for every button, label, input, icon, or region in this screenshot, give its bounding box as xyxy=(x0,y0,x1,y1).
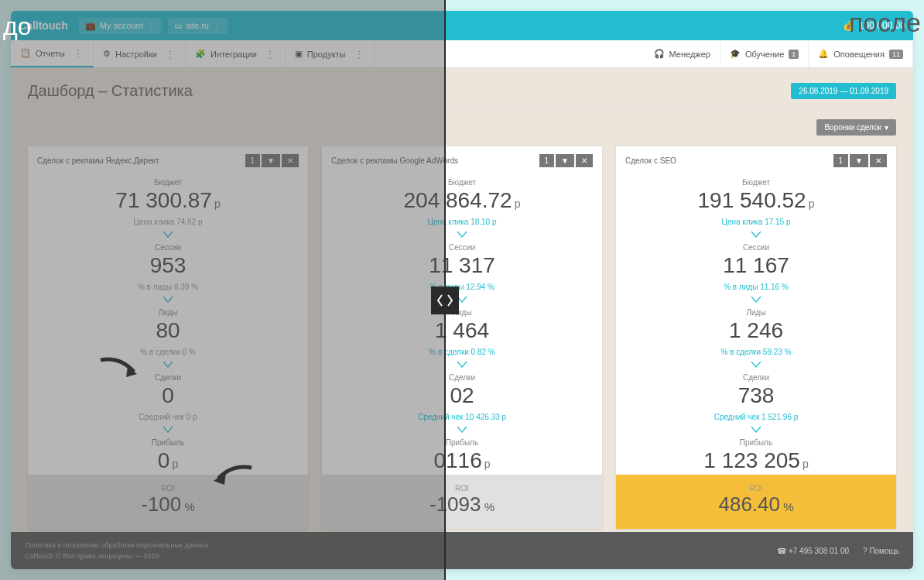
card-title: Сделок с рекламы Google AdWords xyxy=(331,156,458,165)
funnel-card: Сделок с рекламы Google AdWords1▼✕Бюджет… xyxy=(322,146,602,529)
topbar: Calltouch 💼 My account ⋮ ▭ site.ru ⋮ 💰 1… xyxy=(11,11,913,40)
comparison-slider-handle[interactable] xyxy=(431,287,459,314)
funnels-button[interactable]: Воронки сделок▾ xyxy=(816,119,896,136)
roi-block: ROI486.40 % xyxy=(616,475,896,529)
main-menu: 📋Отчеты⋮ ⚙Настройки⋮ 🧩Интеграции⋮ ▣Проду… xyxy=(11,40,913,68)
funnel-arrow-icon xyxy=(322,229,602,240)
card-title: Сделок с SEO xyxy=(625,156,676,165)
cards-container: Сделок с рекламы Яндекс.Директ1▼✕Бюджет7… xyxy=(11,146,913,544)
briefcase-icon: 💼 xyxy=(85,21,96,31)
close-button[interactable]: ✕ xyxy=(870,154,887,167)
menu-training[interactable]: 🎓Обучение1 xyxy=(720,40,809,67)
close-button[interactable]: ✕ xyxy=(282,154,299,167)
funnel-arrow-icon xyxy=(28,359,308,370)
chevron-down-icon: ⋮ xyxy=(147,21,156,31)
card-header: Сделок с рекламы Google AdWords1▼✕ xyxy=(322,146,602,175)
cube-icon: ▣ xyxy=(295,49,303,59)
to-deals-stat: % в сделки 0 % xyxy=(28,345,308,359)
menu-reports[interactable]: 📋Отчеты⋮ xyxy=(11,40,94,67)
before-label: до xyxy=(3,12,31,41)
menu-alerts[interactable]: 🔔Оповещения11 xyxy=(809,40,913,67)
account-switcher[interactable]: 💼 My account ⋮ xyxy=(79,18,162,34)
close-button[interactable]: ✕ xyxy=(576,154,593,167)
window-icon: ▭ xyxy=(174,21,182,31)
card-header: Сделок с SEO1▼✕ xyxy=(616,146,896,175)
arrow-annotation-2 xyxy=(209,462,255,489)
page-title: Дашборд – Статистика xyxy=(28,82,193,100)
menu-products[interactable]: ▣Продукты⋮ xyxy=(286,40,375,67)
footer: Политика в отношении обработки персональ… xyxy=(11,532,913,569)
cpc-stat: Цена клика 17.15 р xyxy=(616,214,896,229)
filter-button[interactable]: ▼ xyxy=(850,154,868,167)
card-header: Сделок с рекламы Яндекс.Директ1▼✕ xyxy=(28,146,308,175)
card-count-badge[interactable]: 1 xyxy=(833,154,849,167)
card-count-badge[interactable]: 1 xyxy=(245,154,261,167)
avg-check-stat: Средний чек 10 426.33 р xyxy=(322,410,602,424)
card-count-badge[interactable]: 1 xyxy=(539,154,555,167)
funnel-arrow-icon xyxy=(616,229,896,240)
chevron-down-icon: ▾ xyxy=(885,123,888,132)
funnel-card: Сделок с рекламы Яндекс.Директ1▼✕Бюджет7… xyxy=(28,146,308,529)
avg-check-stat: Средний чек 1 521.96 р xyxy=(616,410,896,424)
after-label: после xyxy=(849,8,921,38)
to-leads-stat: % в лиды 8.39 % xyxy=(28,280,308,294)
to-deals-stat: % в сделки 59.23 % xyxy=(616,345,896,359)
page-header: Дашборд – Статистика 26.08.2019 — 01.09.… xyxy=(11,68,913,108)
help-link[interactable]: ? Помощь xyxy=(863,547,899,555)
to-leads-stat: % в лиды 11.16 % xyxy=(616,280,896,294)
to-leads-stat: % в лиды 12.94 % xyxy=(322,280,602,294)
cpc-stat: Цена клика 18.10 р xyxy=(322,214,602,229)
divider xyxy=(28,108,896,108)
funnel-arrow-icon xyxy=(28,294,308,305)
funnel-arrow-icon xyxy=(322,424,602,435)
drag-icon xyxy=(436,291,454,310)
menu-settings[interactable]: ⚙Настройки⋮ xyxy=(94,40,186,67)
roi-block: ROI-1093 % xyxy=(322,475,602,529)
menu-manager[interactable]: 🎧Менеджер xyxy=(645,40,720,67)
app-frame: Calltouch 💼 My account ⋮ ▭ site.ru ⋮ 💰 1… xyxy=(11,11,913,569)
chevron-down-icon: ⋮ xyxy=(213,21,221,31)
avg-check-stat: Средний чек 0 р xyxy=(28,410,308,424)
funnel-arrow-icon xyxy=(616,294,896,305)
clipboard-icon: 📋 xyxy=(20,48,31,58)
funnel-arrow-icon xyxy=(616,359,896,370)
privacy-link[interactable]: Политика в отношении обработки персональ… xyxy=(25,541,209,549)
cpc-stat: Цена клика 74.82 р xyxy=(28,214,308,229)
site-switcher[interactable]: ▭ site.ru ⋮ xyxy=(168,18,228,34)
bell-icon: 🔔 xyxy=(818,49,829,59)
funnel-arrow-icon xyxy=(28,424,308,435)
headset-icon: 🎧 xyxy=(654,49,665,59)
sliders-icon: ⚙ xyxy=(103,49,111,59)
funnel-arrow-icon xyxy=(616,424,896,435)
funnel-arrow-icon xyxy=(322,359,602,370)
roi-block: ROI-100 % xyxy=(28,475,308,529)
graduation-icon: 🎓 xyxy=(730,49,741,59)
date-range-picker[interactable]: 26.08.2019 — 01.09.2019 xyxy=(791,83,896,99)
to-deals-stat: % в сделки 0.82 % xyxy=(322,345,602,359)
funnel-arrow-icon xyxy=(322,294,602,305)
filter-button[interactable]: ▼ xyxy=(556,154,574,167)
copyright-text: Calltouch © Все права защищены — 2019 xyxy=(25,552,209,560)
menu-integrations[interactable]: 🧩Интеграции⋮ xyxy=(186,40,286,67)
card-title: Сделок с рекламы Яндекс.Директ xyxy=(37,156,159,165)
arrow-annotation-1 xyxy=(97,352,143,383)
puzzle-icon: 🧩 xyxy=(195,49,206,59)
phone-link[interactable]: ☎ +7 495 308 01 00 xyxy=(777,547,849,555)
filter-button[interactable]: ▼ xyxy=(262,154,280,167)
funnel-arrow-icon xyxy=(28,229,308,240)
funnel-card: Сделок с SEO1▼✕Бюджет191 540.52рЦена кли… xyxy=(616,146,896,529)
